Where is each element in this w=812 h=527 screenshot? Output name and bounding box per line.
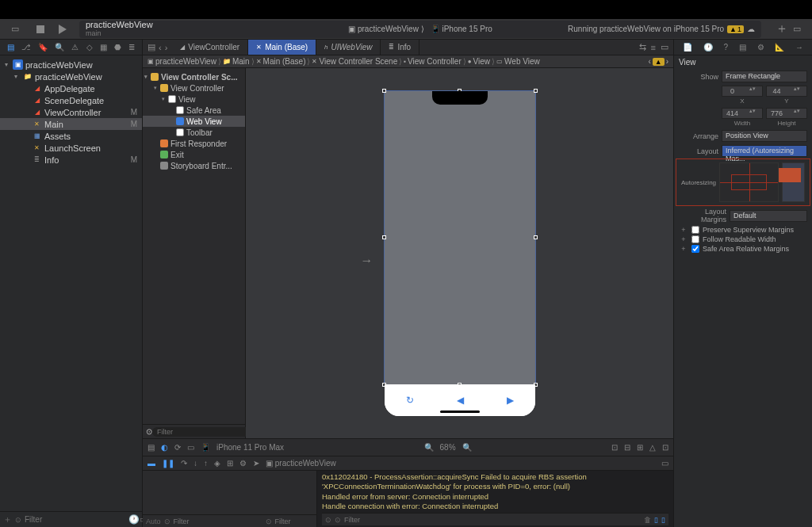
file-inspector-icon[interactable]: 📄 — [683, 43, 692, 52]
issue-icon[interactable]: ⚠ — [71, 43, 79, 52]
debug-target[interactable]: practiceWebView — [275, 459, 336, 468]
step-over-icon[interactable]: ↷ — [181, 459, 187, 468]
outline-toggle-icon[interactable]: ▤ — [147, 443, 155, 452]
identity-inspector-icon[interactable]: ▤ — [739, 43, 746, 52]
breadcrumb-item[interactable]: practiceWebView — [155, 57, 216, 66]
nav-item-practicewebview[interactable]: ▾▣practiceWebView — [0, 59, 142, 71]
outline-first-responder[interactable]: First Responder — [143, 138, 245, 149]
breadcrumb-item[interactable]: View Controller — [408, 57, 462, 66]
debug-panel-toggle-icon[interactable]: ▭ — [661, 459, 668, 468]
embed-icon[interactable]: ⊡ — [662, 443, 668, 452]
outline-toolbar[interactable]: Toolbar — [143, 127, 245, 138]
source-control-icon[interactable]: ⎇ — [21, 43, 31, 52]
margins-dropdown[interactable]: Default — [730, 210, 807, 222]
breadcrumb-item[interactable]: View Controller Scene — [319, 57, 397, 66]
forward-button[interactable]: › — [165, 43, 168, 52]
outline-scene-header[interactable]: View Controller Sc... — [161, 73, 238, 82]
related-items-icon[interactable]: ▤ — [147, 42, 155, 52]
attributes-inspector-icon[interactable]: ⚙ — [757, 43, 764, 52]
x-field[interactable]: 0▴▾ — [722, 86, 763, 97]
console-panel-left-icon[interactable]: ▯ — [654, 516, 658, 524]
outline-storyboard-entr-[interactable]: Storyboard Entr... — [143, 160, 245, 171]
interface-builder-canvas[interactable]: → ↻ — [246, 68, 673, 438]
bc-warning-icon[interactable]: ▲ — [653, 58, 665, 66]
report-icon[interactable]: ≣ — [128, 43, 135, 52]
breadcrumb-item[interactable]: View — [473, 57, 491, 66]
nav-item-assets[interactable]: ▦Assets — [0, 130, 142, 142]
outline-web-view[interactable]: Web View — [143, 116, 245, 127]
device-config-icon[interactable]: ▭ — [187, 443, 194, 452]
location-icon[interactable]: ➤ — [253, 459, 259, 468]
tab-info[interactable]: ≣Info — [381, 40, 419, 55]
zoom-in-icon[interactable]: 🔍 — [462, 443, 472, 452]
breakpoint-icon[interactable]: ⬣ — [114, 43, 121, 52]
web-view-element[interactable] — [385, 91, 535, 384]
plus-icon[interactable]: + — [679, 245, 688, 253]
entry-point-arrow[interactable]: → — [361, 254, 373, 268]
trash-icon[interactable]: 🗑 — [644, 516, 651, 524]
nav-item-launchscreen[interactable]: ✕LaunchScreen — [0, 142, 142, 154]
outline-exit[interactable]: Exit — [143, 149, 245, 160]
cloud-icon[interactable]: ☁ — [747, 25, 755, 33]
memory-graph-icon[interactable]: ⊞ — [227, 459, 233, 468]
show-dropdown[interactable]: Frame Rectangle — [722, 71, 807, 82]
outline-view[interactable]: ▾View — [143, 94, 245, 105]
y-field[interactable]: 44▴▾ — [766, 86, 807, 97]
forward-nav-icon[interactable]: ▶ — [507, 395, 514, 406]
inspector-toggle-icon[interactable]: ▭ — [788, 21, 806, 37]
plus-icon[interactable]: + — [679, 226, 688, 234]
zoom-out-icon[interactable]: 🔍 — [424, 443, 434, 452]
scheme-selector[interactable]: practiceWebView — [358, 25, 419, 33]
history-inspector-icon[interactable]: 🕐 — [703, 43, 713, 52]
bc-back-icon[interactable]: ‹ — [648, 57, 650, 66]
device-label[interactable]: iPhone 11 Pro Max — [216, 443, 284, 452]
tab-uiwebview[interactable]: hUIWebView — [316, 40, 381, 55]
constraints-icon-1[interactable]: ⊡ — [611, 443, 618, 452]
orientation-icon[interactable]: ⟳ — [174, 443, 181, 452]
layout-dropdown[interactable]: Inferred (Autoresizing Mas... — [722, 145, 807, 157]
console-panel-right-icon[interactable]: ▯ — [661, 516, 665, 524]
nav-item-main[interactable]: ✕MainM — [0, 118, 142, 130]
autoresizing-control[interactable] — [719, 162, 779, 202]
bc-forward-icon[interactable]: › — [666, 57, 668, 66]
editor-options-icon[interactable]: ≡ — [651, 43, 656, 52]
add-editor-icon[interactable]: ▭ — [661, 42, 668, 52]
breadcrumb-item[interactable]: Web View — [504, 57, 540, 66]
find-icon[interactable]: 🔍 — [55, 43, 64, 52]
plus-icon[interactable]: + — [679, 235, 688, 243]
step-into-icon[interactable]: ↓ — [193, 459, 197, 468]
width-field[interactable]: 414▴▾ — [722, 108, 763, 119]
safe-area-checkbox[interactable] — [691, 245, 699, 253]
nav-item-appdelegate[interactable]: ◢AppDelegate — [0, 82, 142, 94]
readable-width-checkbox[interactable] — [691, 235, 699, 243]
step-out-icon[interactable]: ↑ — [204, 459, 208, 468]
add-icon[interactable]: ＋ — [3, 514, 12, 525]
navigator-filter-input[interactable] — [25, 515, 125, 524]
variables-scope[interactable]: Auto — [146, 517, 161, 525]
clock-icon[interactable]: 🕐 — [128, 514, 140, 525]
help-inspector-icon[interactable]: ? — [723, 43, 728, 52]
arrange-dropdown[interactable]: Position View — [722, 130, 807, 142]
preserve-margins-checkbox[interactable] — [691, 226, 699, 234]
warning-badge[interactable]: ▲1 — [727, 25, 744, 33]
height-field[interactable]: 776▴▾ — [766, 108, 807, 119]
outline-view-controller[interactable]: ▾View Controller — [143, 82, 245, 94]
env-override-icon[interactable]: ⚙ — [239, 459, 247, 468]
variables-filter-input[interactable] — [174, 517, 262, 525]
breadcrumb-item[interactable]: Main (Base) — [263, 57, 306, 66]
project-navigator-icon[interactable]: ▤ — [7, 43, 14, 52]
breadcrumb-item[interactable]: Main — [232, 57, 250, 66]
stop-button[interactable] — [32, 21, 49, 37]
pause-icon[interactable]: ❚❚ — [162, 459, 174, 468]
outline-safe-area[interactable]: Safe Area — [143, 105, 245, 116]
sidebar-toggle-icon[interactable]: ▭ — [6, 21, 24, 37]
debug-icon[interactable]: ▦ — [100, 43, 107, 52]
connections-inspector-icon[interactable]: → — [795, 43, 803, 52]
tab-main-base-[interactable]: ✕Main (Base) — [248, 40, 316, 55]
run-button[interactable] — [54, 21, 71, 37]
view-debug-icon[interactable]: ◈ — [214, 459, 220, 468]
nav-item-info[interactable]: ≣InfoM — [0, 154, 142, 166]
device-type-icon[interactable]: 📱 — [201, 443, 210, 452]
nav-item-scenedelegate[interactable]: ◢SceneDelegate — [0, 94, 142, 106]
refresh-icon[interactable]: ↻ — [406, 395, 414, 406]
